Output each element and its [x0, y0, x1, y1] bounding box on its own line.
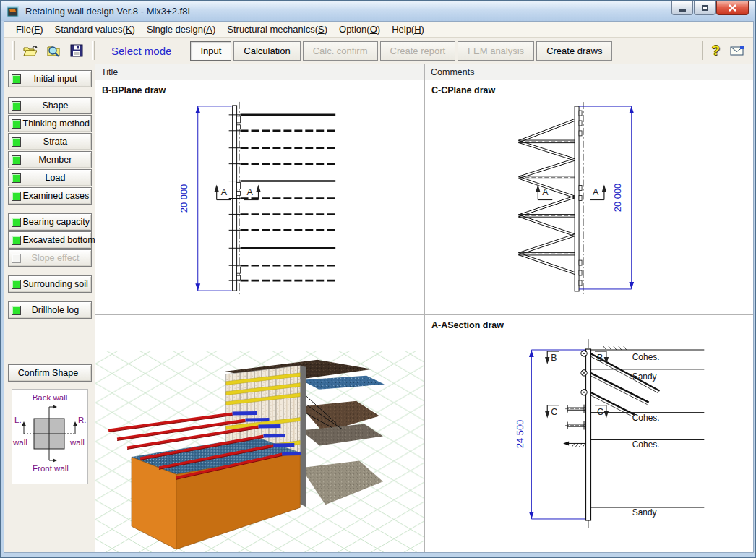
bb-dimension-label: 20 000 — [179, 184, 189, 213]
minimize-button[interactable] — [671, 1, 693, 15]
aa-dimension-label: 24 500 — [515, 420, 525, 449]
aa-marker-b-right: B — [597, 353, 603, 363]
cc-section-marker-left: A — [542, 187, 549, 197]
label-right-wall: wall — [69, 438, 85, 447]
status-indicator — [12, 74, 21, 84]
wall-orientation-diagram: Back wall L. wall R. wall Front wall — [12, 389, 88, 484]
cc-dimension-label: 20 000 — [612, 184, 623, 213]
status-indicator — [12, 119, 21, 129]
app-icon — [7, 5, 20, 18]
toolbar: Select mode Input Calculation Calc. conf… — [4, 38, 753, 64]
status-indicator — [12, 137, 21, 147]
close-icon — [729, 4, 736, 12]
mode-calculation-button[interactable]: Calculation — [233, 41, 300, 61]
panel-cc-plane: C-CPlane draw — [425, 80, 753, 315]
sidebar-item-member[interactable]: Member — [8, 151, 92, 168]
sidebar-item-load[interactable]: Load — [8, 169, 92, 186]
toolbar-grip — [700, 41, 703, 60]
preview-button[interactable] — [43, 41, 64, 60]
status-indicator — [12, 236, 21, 245]
menubar: File(F) Standard values(K) Single design… — [4, 22, 753, 38]
mode-create-report-button: Create report — [380, 41, 456, 61]
sidebar-item-bearing-capacity[interactable]: Bearing capacity — [8, 213, 92, 231]
menu-single-design[interactable]: Single design(A) — [141, 22, 221, 36]
panel-cc-title: C-CPlane draw — [431, 85, 495, 95]
print-preview-icon — [46, 44, 61, 58]
maximize-icon — [702, 5, 708, 11]
close-button[interactable] — [716, 1, 749, 15]
save-icon — [70, 44, 83, 57]
titlebar: Retaining wall design Ver.8 - Mix3+2.f8L — [1, 1, 755, 21]
minimize-icon — [679, 9, 686, 12]
strata-label-1: Cohes. — [632, 352, 660, 362]
help-icon[interactable]: ? — [712, 43, 720, 59]
sidebar: Initial input Shape Thinking method Stra… — [4, 64, 95, 552]
toolbar-grip — [92, 41, 95, 60]
panel-3d-view — [95, 315, 425, 552]
status-indicator — [12, 173, 21, 183]
status-indicator — [12, 101, 21, 111]
mail-button[interactable] — [727, 41, 747, 60]
menu-option[interactable]: Option(O) — [333, 22, 386, 36]
sidebar-item-slope-effect: Slope effect — [8, 249, 92, 267]
strata-label-3: Cohes. — [632, 413, 660, 423]
sidebar-item-strata[interactable]: Strata — [8, 133, 92, 150]
status-indicator — [12, 192, 21, 201]
label-left-wall: wall — [12, 438, 27, 447]
sidebar-item-drillhole-log[interactable]: Drillhole log — [8, 301, 92, 319]
panel-aa-title: A-ASection draw — [431, 320, 504, 330]
mode-fem-analysis-button: FEM analysis — [458, 41, 534, 61]
menu-file[interactable]: File(F) — [10, 22, 49, 36]
window-title: Retaining wall design Ver.8 - Mix3+2.f8L — [25, 6, 193, 17]
panel-aa-section: A-ASection draw — [425, 315, 753, 552]
status-indicator — [12, 218, 21, 227]
open-folder-icon — [22, 44, 38, 57]
aa-marker-b-left: B — [551, 353, 557, 363]
aa-marker-c-left: C — [551, 407, 557, 417]
sidebar-item-examined-cases[interactable]: Examined cases — [8, 187, 92, 205]
mode-input-button[interactable]: Input — [190, 41, 231, 61]
aa-marker-c-right: C — [597, 407, 603, 417]
header-title: Title — [95, 64, 425, 80]
mode-create-draws-button[interactable]: Create draws — [536, 41, 612, 61]
mode-calc-confirm-button: Calc. confirm — [303, 41, 378, 61]
bb-section-marker-left: A — [221, 187, 228, 197]
sidebar-item-surrounding-soil[interactable]: Surrounding soil — [8, 275, 92, 293]
toolbar-grip — [12, 41, 15, 60]
panel-bb-title: B-BPlane draw — [102, 85, 166, 95]
strata-label-2: Sandy — [632, 372, 657, 382]
label-left: L. — [14, 416, 22, 424]
label-front-wall: Front wall — [33, 464, 69, 473]
save-button[interactable] — [66, 41, 87, 60]
cc-plane-drawing: 20 000 A A — [425, 80, 753, 314]
sidebar-item-thinking-method[interactable]: Thinking method — [8, 115, 92, 132]
3d-model-drawing — [95, 315, 424, 552]
app-window: Retaining wall design Ver.8 - Mix3+2.f8L… — [0, 0, 756, 558]
menu-standard-values[interactable]: Standard values(K) — [49, 22, 141, 36]
open-file-button[interactable] — [20, 41, 40, 60]
bb-plane-drawing: 20 000 A A — [95, 80, 424, 314]
header-comments: Comments — [425, 64, 753, 80]
label-back-wall: Back wall — [32, 393, 67, 402]
sidebar-item-initial-input[interactable]: Initial input — [8, 70, 92, 87]
menu-structural-mechanics[interactable]: Structural mechanics(S) — [221, 22, 333, 36]
aa-section-drawing: B B C C Cohes. Sandy Cohes. Cohes. — [425, 315, 753, 552]
bb-section-marker-right: A — [247, 187, 254, 197]
menu-help[interactable]: Help(H) — [386, 22, 430, 36]
status-indicator — [12, 254, 21, 263]
sidebar-item-shape[interactable]: Shape — [8, 97, 92, 114]
column-header-row: Title Comments — [95, 64, 753, 80]
strata-label-5: Sandy — [632, 507, 657, 518]
select-mode-label: Select mode — [111, 45, 171, 57]
confirm-shape-button[interactable]: Confirm Shape — [8, 364, 92, 382]
cc-section-marker-right: A — [593, 187, 599, 197]
main-area: Title Comments B-BPlane draw — [95, 64, 753, 552]
label-right: R. — [78, 416, 87, 424]
status-indicator — [12, 280, 21, 289]
panel-bb-plane: B-BPlane draw — [95, 80, 425, 315]
maximize-button[interactable] — [694, 1, 716, 15]
status-indicator — [12, 155, 21, 165]
sidebar-item-excavated-bottom[interactable]: Excavated bottom — [8, 231, 92, 249]
status-indicator — [12, 306, 21, 315]
strata-label-4: Cohes. — [632, 439, 660, 450]
